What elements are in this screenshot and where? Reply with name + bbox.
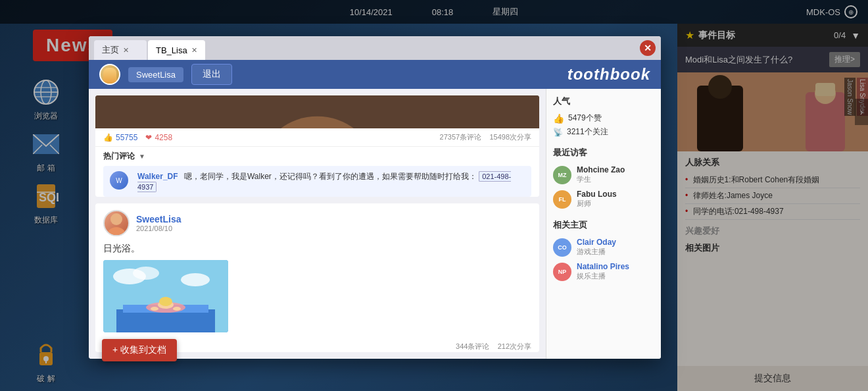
visitors-title: 最近访客 [553, 147, 654, 159]
post2-image-content [103, 260, 228, 332]
related-avatar-2: NP [553, 263, 571, 281]
post2-date: 2021/08/10 [136, 224, 181, 232]
likes-count: 5479个赞 [568, 113, 602, 124]
share-count-2: 212次分享 [498, 342, 531, 350]
comment-count-1: 27357条评论 [440, 133, 482, 141]
tab-tb-lisa[interactable]: TB_Lisa ✕ [148, 40, 205, 60]
related-info-1: Clair Oday 游戏主播 [577, 238, 616, 257]
hot-comments-text: 热门评论 [103, 151, 135, 162]
like-icon: 👍 [553, 113, 564, 124]
visitor-name-2: Fabu Lous [577, 190, 617, 199]
visitor-2: FL Fabu Lous 厨师 [553, 187, 654, 211]
tab-home-label: 主页 [102, 44, 119, 56]
feed-area: 👍 55755 ❤ 4258 27357条评论 15498次分享 [89, 89, 546, 359]
related-role-1: 游戏主播 [577, 247, 616, 257]
comment-text-1: 嗯，老同学，我是Walker，还记得吗？看到了你的遭遇，如果需要帮助随时打给我： [184, 172, 477, 181]
related-info-2: Natalino Pires 娱乐主播 [577, 262, 629, 281]
browser-userbar: SweetLisa 退出 toothbook [89, 60, 661, 89]
post2-text: 日光浴。 [95, 240, 539, 260]
close-window-button[interactable]: ✕ [640, 40, 656, 56]
hot-comments-label: 热门评论 ▼ [95, 147, 539, 163]
svg-rect-20 [116, 309, 215, 332]
related-name-2: Natalino Pires [577, 262, 629, 271]
user-avatar [99, 64, 120, 85]
comment-count-2: 344条评论 [456, 342, 489, 350]
svg-point-26 [159, 297, 172, 306]
svg-point-14 [110, 213, 122, 225]
avatar-figure [103, 68, 116, 84]
post2-author-name: SweetLisa [136, 214, 181, 224]
post2-avatar [103, 210, 130, 236]
post-meta-1: 27357条评论 15498次分享 [440, 132, 531, 142]
follow-icon: 📡 [553, 128, 563, 137]
tab-home[interactable]: 主页 ✕ [94, 40, 147, 60]
comment-author-1: Walker_DF [137, 172, 178, 181]
like-count-1: 55755 [116, 133, 137, 142]
username-badge[interactable]: SweetLisa [128, 67, 183, 82]
follows-stat: 📡 3211个关注 [553, 125, 654, 139]
comment-item-1: W Walker_DF 嗯，老同学，我是Walker，还记得吗？看到了你的遭遇，… [103, 166, 531, 197]
tab-tb-lisa-close[interactable]: ✕ [191, 47, 197, 54]
tab-home-close[interactable]: ✕ [123, 47, 129, 54]
visitor-info-2: Fabu Lous 厨师 [577, 190, 617, 209]
post2-image [103, 260, 228, 332]
collect-button[interactable]: + 收集到文档 [102, 339, 177, 361]
svg-point-18 [133, 267, 159, 280]
svg-point-25 [173, 307, 181, 311]
related-1[interactable]: CO Clair Oday 游戏主播 [553, 235, 654, 259]
visitor-role-1: 学生 [577, 174, 625, 184]
visitor-avatar-2: FL [553, 190, 571, 209]
post-card-2: SweetLisa 2021/08/10 日光浴。 [95, 203, 539, 352]
browser-sidebar: 人气 👍 5479个赞 📡 3211个关注 最近访客 MZ [546, 89, 661, 359]
related-name-1: Clair Oday [577, 238, 616, 247]
visitors-section: 最近访客 MZ Mohcine Zao 学生 FL Fabu Lous 厨师 [553, 147, 654, 211]
popularity-section: 人气 👍 5479个赞 📡 3211个关注 [553, 95, 654, 139]
logout-button[interactable]: 退出 [191, 64, 232, 85]
visitor-avatar-1: MZ [553, 166, 571, 184]
visitor-role-2: 厨师 [577, 199, 617, 209]
post2-header: SweetLisa 2021/08/10 [95, 203, 539, 240]
svg-point-15 [107, 227, 126, 235]
related-title: 相关主页 [553, 219, 654, 231]
comments-dropdown-arrow[interactable]: ▼ [139, 153, 145, 160]
comment-avatar-1: W [110, 171, 128, 190]
share-count-1: 15498次分享 [489, 133, 531, 141]
post-meta-2: 344条评论 212次分享 [456, 342, 531, 352]
thumb-up-icon: 👍 [103, 133, 113, 142]
browser-window: 主页 ✕ TB_Lisa ✕ ✕ SweetLisa 退出 toothbook [89, 36, 661, 359]
visitor-info-1: Mohcine Zao 学生 [577, 165, 625, 184]
site-title: toothbook [567, 65, 650, 84]
post-card-1: 👍 55755 ❤ 4258 27357条评论 15498次分享 [95, 95, 539, 197]
browser-tabs: 主页 ✕ TB_Lisa ✕ ✕ [89, 36, 661, 60]
likes-stat: 👍 5479个赞 [553, 111, 654, 125]
post-stats-1: 👍 55755 ❤ 4258 27357条评论 15498次分享 [95, 128, 539, 147]
thumb-down-icon: ❤ [145, 133, 152, 142]
related-avatar-1: CO [553, 238, 571, 257]
browser-content: 👍 55755 ❤ 4258 27357条评论 15498次分享 [89, 89, 661, 359]
dislike-count-1: 4258 [155, 133, 172, 142]
tab-tb-lisa-label: TB_Lisa [156, 45, 187, 55]
svg-point-19 [181, 273, 210, 286]
like-button-1[interactable]: 👍 55755 [103, 133, 137, 142]
visitor-name-1: Mohcine Zao [577, 165, 625, 174]
post2-author-info: SweetLisa 2021/08/10 [136, 214, 181, 232]
popularity-title: 人气 [553, 95, 654, 107]
related-section: 相关主页 CO Clair Oday 游戏主播 NP Natalino Pire… [553, 219, 654, 284]
post-top-image [95, 95, 539, 128]
dislike-button-1[interactable]: ❤ 4258 [145, 133, 172, 142]
desktop: 10/14/2021 08:18 星期四 MDK-OS ⊕ News 浏览器 [0, 0, 868, 391]
follows-count: 3211个关注 [567, 126, 608, 138]
visitor-1: MZ Mohcine Zao 学生 [553, 163, 654, 187]
svg-point-24 [151, 307, 158, 311]
related-role-2: 娱乐主播 [577, 271, 629, 281]
related-2[interactable]: NP Natalino Pires 娱乐主播 [553, 259, 654, 284]
